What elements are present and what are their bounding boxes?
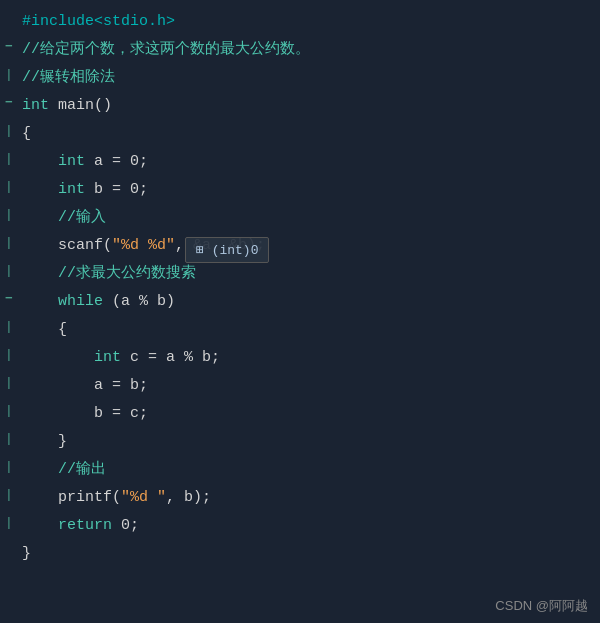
tooltip-overlay: ⊞ (int)0 bbox=[185, 237, 269, 263]
line-gutter: | bbox=[0, 457, 18, 474]
code-line: | return 0; bbox=[0, 512, 600, 540]
code-line: |{ bbox=[0, 120, 600, 148]
line-gutter: − bbox=[0, 93, 18, 110]
code-segment: #include<stdio.h> bbox=[22, 13, 175, 30]
code-line: | int c = a % b; bbox=[0, 344, 600, 372]
code-segment: //输出 bbox=[22, 461, 106, 478]
line-content: //求最大公约数搜索 bbox=[18, 261, 600, 287]
code-segment: //求最大公约数搜索 bbox=[22, 265, 196, 282]
code-segment: while bbox=[22, 293, 103, 310]
line-gutter: | bbox=[0, 317, 18, 334]
code-line: | int a = 0; bbox=[0, 148, 600, 176]
line-content: printf("%d ", b); bbox=[18, 485, 600, 511]
line-content: int b = 0; bbox=[18, 177, 600, 203]
line-gutter: | bbox=[0, 513, 18, 530]
line-content: } bbox=[18, 429, 600, 455]
line-gutter bbox=[0, 9, 18, 11]
line-content: int a = 0; bbox=[18, 149, 600, 175]
line-content: //输入 bbox=[18, 205, 600, 231]
line-content: } bbox=[18, 541, 600, 567]
watermark: CSDN @阿阿越 bbox=[495, 597, 588, 615]
code-segment: "%d %d" bbox=[112, 237, 175, 254]
line-content: scanf("%d %d", &a, &b); bbox=[18, 233, 600, 259]
code-segment: 0; bbox=[112, 517, 139, 534]
code-line: #include<stdio.h> bbox=[0, 8, 600, 36]
line-content: #include<stdio.h> bbox=[18, 9, 600, 35]
line-gutter: | bbox=[0, 373, 18, 390]
code-segment: int bbox=[22, 97, 49, 114]
code-line: | b = c; bbox=[0, 400, 600, 428]
code-segment: , b); bbox=[166, 489, 211, 506]
code-segment: b = 0; bbox=[85, 181, 148, 198]
code-segment: main() bbox=[49, 97, 112, 114]
code-segment: scanf( bbox=[22, 237, 112, 254]
code-line: } bbox=[0, 540, 600, 568]
line-content: //输出 bbox=[18, 457, 600, 483]
line-content: //给定两个数，求这两个数的最大公约数。 bbox=[18, 37, 600, 63]
line-content: while (a % b) bbox=[18, 289, 600, 315]
code-segment: int bbox=[22, 349, 121, 366]
code-line: | scanf("%d %d", &a, &b); bbox=[0, 232, 600, 260]
line-content: int main() bbox=[18, 93, 600, 119]
code-line: | } bbox=[0, 428, 600, 456]
code-line: |//辗转相除法 bbox=[0, 64, 600, 92]
code-segment: { bbox=[22, 125, 31, 142]
line-gutter: | bbox=[0, 149, 18, 166]
code-segment: int bbox=[22, 181, 85, 198]
code-line: | { bbox=[0, 316, 600, 344]
code-segment: int bbox=[22, 153, 85, 170]
code-segment: c = a % b; bbox=[121, 349, 220, 366]
code-segment: (a % b) bbox=[103, 293, 175, 310]
code-segment: //输入 bbox=[22, 209, 106, 226]
code-line: − while (a % b) bbox=[0, 288, 600, 316]
code-segment: "%d " bbox=[121, 489, 166, 506]
code-segment: printf( bbox=[22, 489, 121, 506]
line-gutter: | bbox=[0, 65, 18, 82]
code-line: | //输出 bbox=[0, 456, 600, 484]
line-gutter: | bbox=[0, 429, 18, 446]
line-content: //辗转相除法 bbox=[18, 65, 600, 91]
code-line: | int b = 0; bbox=[0, 176, 600, 204]
line-gutter: | bbox=[0, 261, 18, 278]
line-gutter: | bbox=[0, 233, 18, 250]
code-line: −int main() bbox=[0, 92, 600, 120]
line-gutter: | bbox=[0, 401, 18, 418]
code-segment: { bbox=[22, 321, 67, 338]
code-segment: } bbox=[22, 433, 67, 450]
line-gutter: | bbox=[0, 177, 18, 194]
line-gutter: − bbox=[0, 289, 18, 306]
line-gutter: | bbox=[0, 205, 18, 222]
line-content: { bbox=[18, 121, 600, 147]
tooltip-text: ⊞ (int)0 bbox=[196, 243, 258, 258]
code-line: | a = b; bbox=[0, 372, 600, 400]
line-content: return 0; bbox=[18, 513, 600, 539]
line-gutter: − bbox=[0, 37, 18, 54]
line-gutter: | bbox=[0, 345, 18, 362]
code-line: | //求最大公约数搜索 bbox=[0, 260, 600, 288]
code-segment: //给定两个数，求这两个数的最大公约数。 bbox=[22, 41, 310, 58]
code-line: −//给定两个数，求这两个数的最大公约数。 bbox=[0, 36, 600, 64]
code-segment: a = b; bbox=[22, 377, 148, 394]
code-segment: a = 0; bbox=[85, 153, 148, 170]
line-content: int c = a % b; bbox=[18, 345, 600, 371]
line-content: b = c; bbox=[18, 401, 600, 427]
code-line: | //输入 bbox=[0, 204, 600, 232]
line-content: a = b; bbox=[18, 373, 600, 399]
code-container: #include<stdio.h>−//给定两个数，求这两个数的最大公约数。|/… bbox=[0, 0, 600, 623]
code-segment: //辗转相除法 bbox=[22, 69, 115, 86]
code-segment: b = c; bbox=[22, 405, 148, 422]
line-gutter: | bbox=[0, 121, 18, 138]
line-content: { bbox=[18, 317, 600, 343]
code-segment: return bbox=[22, 517, 112, 534]
code-segment: } bbox=[22, 545, 31, 562]
code-line: | printf("%d ", b); bbox=[0, 484, 600, 512]
line-gutter: | bbox=[0, 485, 18, 502]
line-gutter bbox=[0, 541, 18, 543]
